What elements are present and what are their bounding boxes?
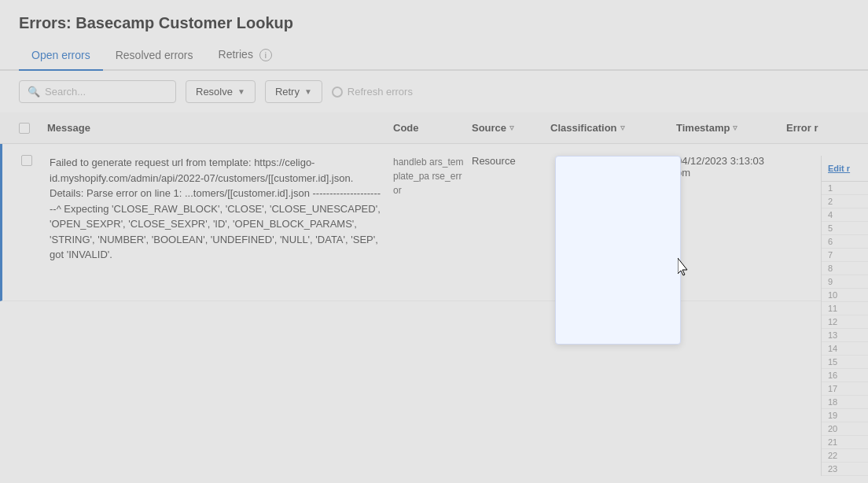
source-filter-icon[interactable]: ▿ <box>509 123 514 133</box>
th-checkbox[interactable] <box>19 123 47 134</box>
retries-info-icon: i <box>259 49 272 61</box>
table-container: Message Code Source ▿ Classification ▿ T… <box>0 112 868 301</box>
search-icon: 🔍 <box>28 86 40 98</box>
th-message: Message <box>47 122 393 134</box>
table-row: Failed to generate request url from temp… <box>0 144 868 301</box>
td-message: Failed to generate request url from temp… <box>50 144 393 274</box>
th-classification: Classification ▿ <box>550 122 676 134</box>
row-checkbox[interactable] <box>21 155 32 166</box>
th-error: Error r <box>786 122 849 134</box>
toolbar: 🔍 Search... Resolve ▼ Retry ▼ Refresh er… <box>0 71 868 112</box>
th-timestamp: Timestamp ▿ <box>676 122 786 134</box>
tab-retries[interactable]: Retries i <box>206 42 285 71</box>
retry-chevron-icon: ▼ <box>304 87 312 96</box>
resolve-dropdown[interactable]: Resolve ▼ <box>186 80 256 103</box>
th-code: Code <box>393 122 472 134</box>
select-all-checkbox[interactable] <box>19 123 30 134</box>
tab-open-errors[interactable]: Open errors <box>19 42 103 71</box>
classification-popup[interactable] <box>555 156 681 345</box>
resolve-chevron-icon: ▼ <box>237 87 245 96</box>
table-header: Message Code Source ▿ Classification ▿ T… <box>0 112 868 144</box>
search-box[interactable]: 🔍 Search... <box>19 80 176 103</box>
td-timestamp: 04/12/2023 3:13:03 pm <box>676 144 786 190</box>
classification-filter-icon[interactable]: ▿ <box>620 123 625 133</box>
td-checkbox[interactable] <box>21 144 50 166</box>
refresh-button[interactable]: Refresh errors <box>332 86 413 98</box>
edit-link[interactable]: Edit r <box>828 164 850 173</box>
retry-dropdown[interactable]: Retry ▼ <box>265 80 322 103</box>
main-container: Errors: Basecamp Customer Lookup Open er… <box>0 0 868 483</box>
error-number-header: Edit r <box>822 156 868 182</box>
timestamp-filter-icon[interactable]: ▿ <box>733 123 737 133</box>
refresh-icon <box>332 87 343 98</box>
th-source: Source ▿ <box>472 122 550 134</box>
tab-resolved-errors[interactable]: Resolved errors <box>103 42 206 71</box>
error-numbers-panel: Edit r 1 2 4 5 6 7 8 9 10 11 12 13 14 15… <box>821 156 868 476</box>
tabs-row: Open errors Resolved errors Retries i <box>0 32 868 71</box>
td-source: Resource <box>472 144 550 178</box>
search-input[interactable]: Search... <box>45 86 167 98</box>
page-title: Errors: Basecamp Customer Lookup <box>0 0 868 32</box>
td-code: handleb ars_tem plate_pa rse_error <box>393 144 472 208</box>
